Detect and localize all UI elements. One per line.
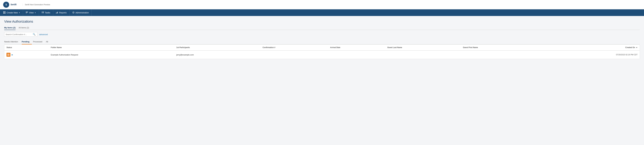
svg-rect-30 (8, 55, 9, 56)
nav-create-new[interactable]: Create New ▼ (0, 9, 23, 16)
col-confirmation: Confirmation # (260, 44, 328, 50)
table-header-row: Status Folder Name 1st Participants Conf… (4, 44, 640, 50)
nav-tasks[interactable]: Tasks (39, 9, 53, 16)
svg-rect-17 (58, 12, 58, 14)
svg-rect-7 (26, 12, 28, 12)
col-guest-first-name: Guest First Name (461, 44, 537, 50)
svg-point-19 (73, 11, 74, 12)
tab-processed[interactable]: Processed (33, 39, 44, 44)
nav-reports[interactable]: Reports (53, 9, 70, 16)
cell-confirmation (260, 50, 328, 59)
svg-text:S: S (6, 3, 7, 6)
svg-point-18 (73, 12, 74, 13)
svg-rect-28 (8, 54, 9, 54)
nav-administration-label: Administration (76, 12, 89, 14)
svg-rect-5 (4, 13, 6, 14)
nav-tasks-label: Tasks (45, 12, 50, 14)
cell-created-on: 07/20/2023 02:16 PM CDT (537, 50, 640, 59)
search-input[interactable] (6, 33, 33, 36)
cell-folder-name: Example Authorization Request (49, 50, 174, 59)
view-chevron: ▼ (34, 12, 36, 14)
svg-rect-9 (42, 12, 42, 12)
nav-create-new-label: Create New (7, 12, 18, 14)
svg-rect-4 (3, 13, 4, 14)
svg-rect-14 (42, 13, 44, 13)
cell-guest-last-name (385, 50, 461, 59)
svg-point-26 (72, 13, 73, 13)
svg-rect-27 (8, 54, 8, 54)
svg-point-22 (74, 12, 74, 12)
main-content: View Authorizations My Items (2) All Ite… (0, 16, 644, 145)
row-expand-arrow[interactable]: ► (11, 54, 14, 56)
cell-arrival-date (328, 50, 385, 59)
logo-label: Sertifi (10, 3, 16, 6)
page-title: View Authorizations (4, 20, 640, 24)
nav-view-label: View (29, 12, 34, 14)
svg-rect-8 (26, 13, 27, 13)
administration-icon (72, 11, 74, 14)
svg-rect-2 (3, 12, 4, 12)
svg-rect-12 (42, 12, 44, 12)
col-arrival-date: Arrival Date (328, 44, 385, 50)
col-folder-name: Folder Name (49, 44, 174, 50)
authorizations-table: Status Folder Name 1st Participants Conf… (4, 44, 640, 59)
item-tabs: My Items (2) All Items (2) (4, 26, 640, 30)
svg-point-21 (72, 12, 72, 12)
view-icon (26, 12, 28, 14)
svg-point-24 (74, 13, 74, 13)
sertifi-logo: S (3, 2, 9, 8)
nav-reports-label: Reports (59, 12, 67, 14)
logo-area: S Sertifi (3, 2, 16, 8)
tab-pending[interactable]: Pending (22, 39, 32, 44)
svg-rect-11 (42, 12, 42, 12)
table-container: Status Folder Name 1st Participants Conf… (4, 44, 640, 59)
svg-point-25 (74, 12, 74, 12)
cell-status: ► (4, 50, 49, 59)
search-icon[interactable]: 🔍 (33, 33, 36, 36)
nav-administration[interactable]: Administration (70, 9, 92, 16)
navbar: Create New ▼ View ▼ Tasks (0, 9, 644, 16)
svg-rect-13 (42, 13, 42, 13)
sort-icon: ▼ (636, 47, 638, 48)
reports-icon (56, 12, 58, 14)
create-new-icon (3, 12, 6, 14)
col-participants: 1st Participants (174, 44, 260, 50)
status-cell: ► (6, 53, 46, 57)
svg-rect-3 (4, 12, 6, 12)
svg-rect-10 (42, 12, 44, 12)
create-new-chevron: ▼ (19, 12, 20, 14)
tab-my-items[interactable]: My Items (2) (4, 26, 16, 30)
col-guest-last-name: Guest Last Name (385, 44, 461, 50)
tab-all-items[interactable]: All Items (2) (18, 26, 29, 30)
svg-point-23 (72, 12, 73, 12)
svg-rect-15 (56, 13, 56, 14)
nav-view[interactable]: View ▼ (23, 9, 39, 16)
advanced-link[interactable]: advanced (39, 33, 48, 36)
status-tabs: Needs Attention Pending Processed All (4, 39, 640, 44)
col-status: Status (4, 44, 49, 50)
search-row: 🔍 advanced (4, 32, 640, 37)
svg-rect-6 (26, 12, 28, 12)
header: S Sertifi Sertifi Next Generation Previe… (0, 0, 644, 9)
tab-needs-attention[interactable]: Needs Attention (4, 39, 20, 44)
col-created-on[interactable]: Created On ▼ (537, 44, 640, 50)
status-badge (6, 53, 10, 57)
status-badge-icon (8, 54, 10, 56)
tab-all[interactable]: All (46, 39, 50, 44)
cell-guest-first-name (461, 50, 537, 59)
svg-rect-29 (8, 55, 8, 56)
svg-point-20 (73, 13, 74, 14)
table-row: ► Example Authorization Request jerry@ex… (4, 50, 640, 59)
tasks-icon (42, 12, 44, 14)
cell-participants: jerry@example.com (174, 50, 260, 59)
search-box: 🔍 (4, 32, 38, 37)
header-subtitle: Sertifi Next Generation Preview (22, 4, 50, 6)
svg-rect-16 (57, 12, 57, 14)
